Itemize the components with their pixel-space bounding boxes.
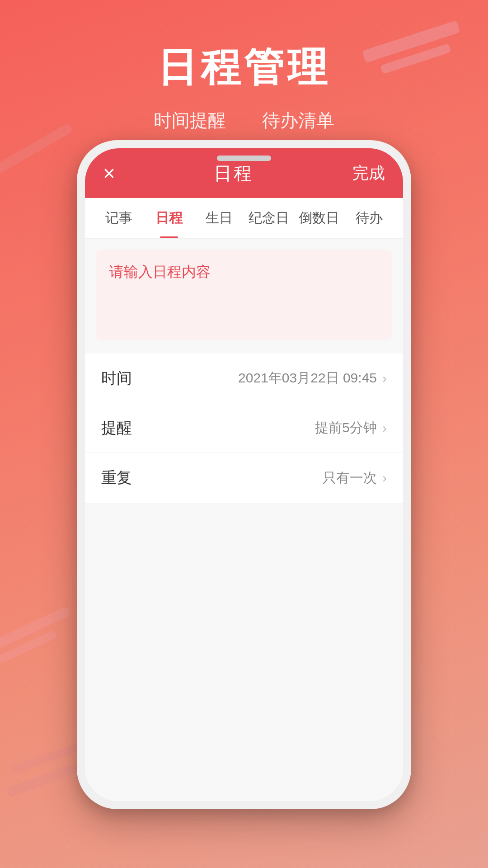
repeat-row[interactable]: 重复 只有一次 › — [85, 453, 403, 503]
remind-value-wrap: 提前5分钟 › — [315, 419, 387, 437]
tab-note[interactable]: 记事 — [94, 198, 144, 238]
remind-chevron-icon: › — [382, 420, 387, 436]
repeat-chevron-icon: › — [382, 470, 387, 486]
remind-row[interactable]: 提醒 提前5分钟 › — [85, 403, 403, 453]
tab-todo[interactable]: 待办 — [344, 198, 394, 238]
subtitle-right: 待办清单 — [262, 108, 334, 133]
done-button[interactable]: 完成 — [352, 162, 385, 184]
remind-value: 提前5分钟 — [315, 419, 377, 437]
phone-outer: × 日程 完成 记事 日程 生日 纪念日 倒数日 — [77, 140, 411, 809]
time-value-wrap: 2021年03月22日 09:45 › — [238, 369, 387, 387]
repeat-value: 只有一次 — [323, 469, 377, 487]
app-content: 请输入日程内容 时间 2021年03月22日 09:45 › 提醒 — [85, 239, 403, 801]
tab-bar: 记事 日程 生日 纪念日 倒数日 待办 — [85, 198, 403, 239]
phone-mockup: × 日程 完成 记事 日程 生日 纪念日 倒数日 — [77, 140, 411, 809]
schedule-input-area[interactable]: 请输入日程内容 — [96, 250, 392, 340]
time-row[interactable]: 时间 2021年03月22日 09:45 › — [85, 354, 403, 403]
time-value: 2021年03月22日 09:45 — [238, 369, 377, 387]
settings-section: 时间 2021年03月22日 09:45 › 提醒 提前5分钟 › — [85, 354, 403, 503]
time-label: 时间 — [101, 368, 132, 389]
page-header: 日程管理 时间提醒 待办清单 — [0, 0, 488, 133]
tab-anniversary[interactable]: 纪念日 — [244, 198, 294, 238]
tab-schedule[interactable]: 日程 — [144, 198, 194, 238]
app-title: 日程 — [214, 161, 253, 186]
tab-birthday[interactable]: 生日 — [194, 198, 244, 238]
schedule-input-placeholder: 请输入日程内容 — [109, 264, 211, 280]
repeat-label: 重复 — [101, 467, 132, 488]
remind-label: 提醒 — [101, 418, 132, 439]
repeat-value-wrap: 只有一次 › — [323, 469, 387, 487]
subtitle-left: 时间提醒 — [154, 108, 226, 133]
phone-speaker — [217, 156, 271, 161]
page-title: 日程管理 — [0, 41, 488, 94]
page-subtitle: 时间提醒 待办清单 — [0, 108, 488, 133]
tab-countdown[interactable]: 倒数日 — [294, 198, 344, 238]
close-button[interactable]: × — [103, 161, 115, 185]
time-chevron-icon: › — [382, 371, 387, 386]
phone-screen: × 日程 完成 记事 日程 生日 纪念日 倒数日 — [85, 148, 403, 801]
